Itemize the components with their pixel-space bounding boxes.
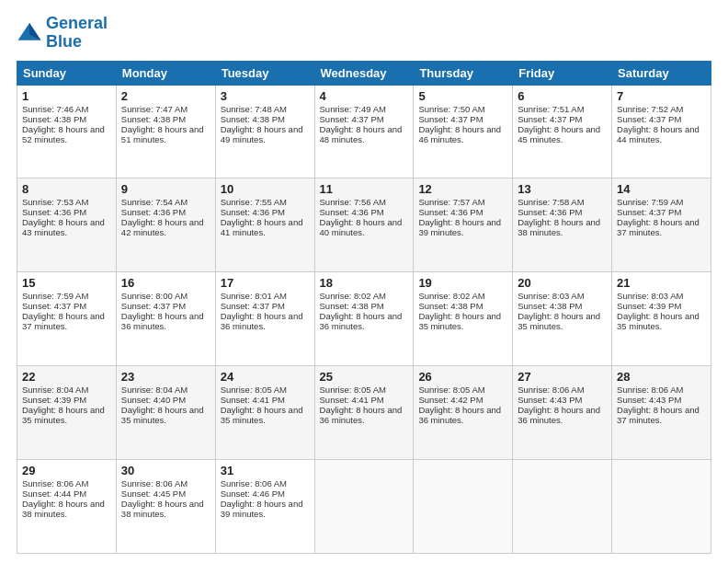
sunset-label: Sunset: 4:38 PM xyxy=(221,114,285,124)
daylight-label: Daylight: 8 hours and 37 minutes. xyxy=(617,217,700,237)
daylight-label: Daylight: 8 hours and 38 minutes. xyxy=(22,499,105,519)
sunset-label: Sunset: 4:46 PM xyxy=(221,488,285,499)
sunset-label: Sunset: 4:36 PM xyxy=(518,207,582,217)
calendar-day-cell: 22Sunrise: 8:04 AMSunset: 4:39 PMDayligh… xyxy=(17,366,117,460)
sunrise-label: Sunrise: 7:58 AM xyxy=(518,197,584,207)
day-number: 3 xyxy=(221,89,310,103)
calendar-day-cell: 17Sunrise: 8:01 AMSunset: 4:37 PMDayligh… xyxy=(215,272,314,366)
sunset-label: Sunset: 4:38 PM xyxy=(518,301,582,311)
calendar-day-cell: 27Sunrise: 8:06 AMSunset: 4:43 PMDayligh… xyxy=(513,366,612,460)
calendar-day-cell xyxy=(513,460,612,554)
daylight-label: Daylight: 8 hours and 39 minutes. xyxy=(221,499,303,519)
sunset-label: Sunset: 4:37 PM xyxy=(320,114,384,124)
sunrise-label: Sunrise: 8:06 AM xyxy=(617,385,683,395)
sunrise-label: Sunrise: 8:01 AM xyxy=(221,291,287,301)
daylight-label: Daylight: 8 hours and 40 minutes. xyxy=(320,217,403,237)
daylight-label: Daylight: 8 hours and 36 minutes. xyxy=(121,311,204,331)
day-number: 13 xyxy=(518,182,607,196)
sunrise-label: Sunrise: 7:48 AM xyxy=(221,104,287,114)
daylight-label: Daylight: 8 hours and 37 minutes. xyxy=(22,311,105,331)
sunset-label: Sunset: 4:38 PM xyxy=(320,301,384,311)
sunset-label: Sunset: 4:43 PM xyxy=(617,395,681,405)
calendar-day-cell: 7Sunrise: 7:52 AMSunset: 4:37 PMDaylight… xyxy=(612,85,711,178)
daylight-label: Daylight: 8 hours and 41 minutes. xyxy=(221,217,303,237)
calendar-header-cell: Monday xyxy=(116,61,215,85)
calendar-day-cell: 20Sunrise: 8:03 AMSunset: 4:38 PMDayligh… xyxy=(513,272,612,366)
calendar-day-cell: 18Sunrise: 8:02 AMSunset: 4:38 PMDayligh… xyxy=(314,272,414,366)
daylight-label: Daylight: 8 hours and 36 minutes. xyxy=(418,405,501,425)
sunrise-label: Sunrise: 8:02 AM xyxy=(320,291,386,301)
calendar-day-cell: 8Sunrise: 7:53 AMSunset: 4:36 PMDaylight… xyxy=(17,178,117,272)
day-number: 22 xyxy=(22,370,111,384)
day-number: 18 xyxy=(320,276,409,290)
calendar-day-cell: 29Sunrise: 8:06 AMSunset: 4:44 PMDayligh… xyxy=(17,460,117,554)
daylight-label: Daylight: 8 hours and 35 minutes. xyxy=(22,405,105,425)
calendar-day-cell: 9Sunrise: 7:54 AMSunset: 4:36 PMDaylight… xyxy=(116,178,215,272)
calendar-day-cell: 19Sunrise: 8:02 AMSunset: 4:38 PMDayligh… xyxy=(414,272,513,366)
sunset-label: Sunset: 4:39 PM xyxy=(617,301,681,311)
day-number: 9 xyxy=(121,182,210,196)
calendar-day-cell: 4Sunrise: 7:49 AMSunset: 4:37 PMDaylight… xyxy=(314,85,414,178)
sunset-label: Sunset: 4:41 PM xyxy=(320,395,384,405)
calendar-day-cell: 10Sunrise: 7:55 AMSunset: 4:36 PMDayligh… xyxy=(215,178,314,272)
day-number: 11 xyxy=(320,182,409,196)
sunset-label: Sunset: 4:37 PM xyxy=(518,114,582,124)
calendar-day-cell: 23Sunrise: 8:04 AMSunset: 4:40 PMDayligh… xyxy=(116,366,215,460)
day-number: 17 xyxy=(221,276,310,290)
calendar-header-cell: Thursday xyxy=(414,61,513,85)
day-number: 2 xyxy=(121,89,210,103)
calendar-header-cell: Sunday xyxy=(17,61,117,85)
sunrise-label: Sunrise: 8:05 AM xyxy=(418,385,484,395)
calendar-header-row: SundayMondayTuesdayWednesdayThursdayFrid… xyxy=(17,61,711,85)
sunrise-label: Sunrise: 8:05 AM xyxy=(221,385,287,395)
sunset-label: Sunset: 4:38 PM xyxy=(418,301,483,311)
daylight-label: Daylight: 8 hours and 35 minutes. xyxy=(617,311,700,331)
daylight-label: Daylight: 8 hours and 45 minutes. xyxy=(518,124,600,144)
calendar-day-cell: 3Sunrise: 7:48 AMSunset: 4:38 PMDaylight… xyxy=(215,85,314,178)
calendar-header-cell: Wednesday xyxy=(314,61,414,85)
calendar-table: SundayMondayTuesdayWednesdayThursdayFrid… xyxy=(17,61,711,554)
calendar-header-cell: Friday xyxy=(513,61,612,85)
sunset-label: Sunset: 4:37 PM xyxy=(221,301,285,311)
sunset-label: Sunset: 4:38 PM xyxy=(22,114,86,124)
calendar-week-row: 8Sunrise: 7:53 AMSunset: 4:36 PMDaylight… xyxy=(17,178,711,272)
sunrise-label: Sunrise: 8:06 AM xyxy=(221,478,287,488)
calendar-day-cell xyxy=(612,460,711,554)
calendar-day-cell: 16Sunrise: 8:00 AMSunset: 4:37 PMDayligh… xyxy=(116,272,215,366)
sunrise-label: Sunrise: 8:04 AM xyxy=(121,385,188,395)
sunrise-label: Sunrise: 7:55 AM xyxy=(221,197,287,207)
day-number: 23 xyxy=(121,370,210,384)
day-number: 4 xyxy=(320,89,409,103)
day-number: 16 xyxy=(121,276,210,290)
sunset-label: Sunset: 4:44 PM xyxy=(22,488,86,499)
day-number: 15 xyxy=(22,276,111,290)
calendar-day-cell: 5Sunrise: 7:50 AMSunset: 4:37 PMDaylight… xyxy=(414,85,513,178)
calendar-week-row: 15Sunrise: 7:59 AMSunset: 4:37 PMDayligh… xyxy=(17,272,711,366)
sunrise-label: Sunrise: 8:06 AM xyxy=(22,478,88,488)
daylight-label: Daylight: 8 hours and 39 minutes. xyxy=(418,217,501,237)
sunrise-label: Sunrise: 8:06 AM xyxy=(121,478,188,488)
sunset-label: Sunset: 4:37 PM xyxy=(617,114,681,124)
sunrise-label: Sunrise: 7:51 AM xyxy=(518,104,584,114)
daylight-label: Daylight: 8 hours and 49 minutes. xyxy=(221,124,303,144)
daylight-label: Daylight: 8 hours and 35 minutes. xyxy=(221,405,303,425)
sunset-label: Sunset: 4:37 PM xyxy=(617,207,681,217)
calendar-day-cell: 12Sunrise: 7:57 AMSunset: 4:36 PMDayligh… xyxy=(414,178,513,272)
calendar-day-cell: 21Sunrise: 8:03 AMSunset: 4:39 PMDayligh… xyxy=(612,272,711,366)
day-number: 20 xyxy=(518,276,607,290)
daylight-label: Daylight: 8 hours and 35 minutes. xyxy=(418,311,501,331)
day-number: 10 xyxy=(221,182,310,196)
sunset-label: Sunset: 4:36 PM xyxy=(121,207,186,217)
daylight-label: Daylight: 8 hours and 43 minutes. xyxy=(22,217,105,237)
day-number: 29 xyxy=(22,464,111,477)
sunrise-label: Sunrise: 8:02 AM xyxy=(418,291,484,301)
calendar-day-cell: 2Sunrise: 7:47 AMSunset: 4:38 PMDaylight… xyxy=(116,85,215,178)
day-number: 6 xyxy=(518,89,607,103)
daylight-label: Daylight: 8 hours and 44 minutes. xyxy=(617,124,700,144)
daylight-label: Daylight: 8 hours and 38 minutes. xyxy=(518,217,600,237)
sunrise-label: Sunrise: 7:49 AM xyxy=(320,104,386,114)
sunrise-label: Sunrise: 7:56 AM xyxy=(320,197,386,207)
sunset-label: Sunset: 4:37 PM xyxy=(22,301,86,311)
daylight-label: Daylight: 8 hours and 51 minutes. xyxy=(121,124,204,144)
sunset-label: Sunset: 4:36 PM xyxy=(22,207,86,217)
